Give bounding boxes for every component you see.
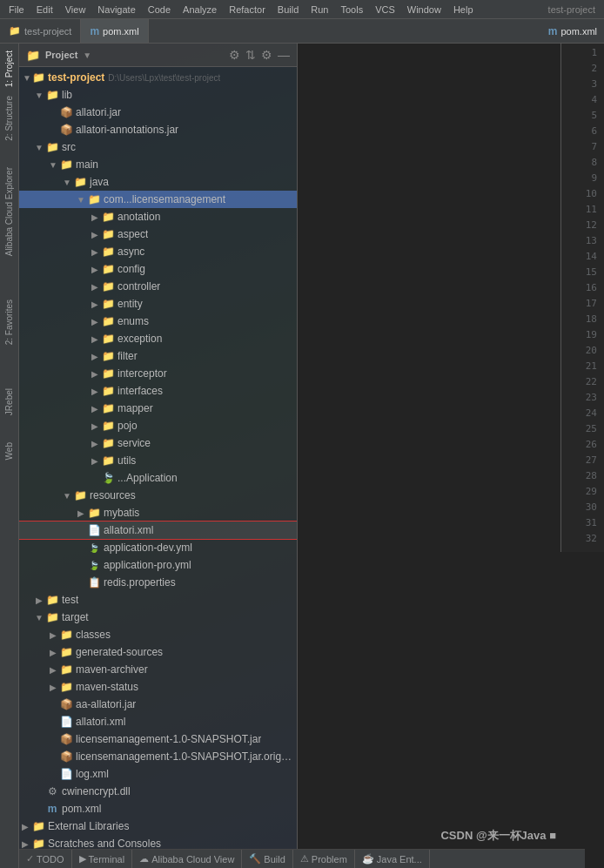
folder-icon: 📁 xyxy=(87,507,101,519)
tree-label-allatori-xml: allatori.xml xyxy=(104,524,153,536)
tree-item-mybatis[interactable]: ▶ 📁 mybatis xyxy=(19,504,297,521)
tab-terminal-label: Terminal xyxy=(89,854,125,865)
menu-analyze[interactable]: Analyze xyxy=(178,3,222,17)
tab-java-ent[interactable]: ☕ Java Ent... xyxy=(355,850,430,868)
sidebar-item-alibaba-cloud[interactable]: Alibaba Cloud Explorer xyxy=(3,164,16,259)
menu-edit[interactable]: Edit xyxy=(31,3,58,17)
panel-dropdown-arrow[interactable]: ▼ xyxy=(83,50,91,60)
menu-refactor[interactable]: Refactor xyxy=(224,3,271,17)
tree-item-app-dev-yml[interactable]: 🍃 application-dev.yml xyxy=(19,539,297,556)
tree-item-log-xml[interactable]: 📄 log.xml xyxy=(19,765,297,783)
tree-item-main[interactable]: ▼ 📁 main xyxy=(19,156,297,173)
tree-item-service[interactable]: ▶ 📁 service xyxy=(19,434,297,452)
tree-item-redis-props[interactable]: 📋 redis.properties xyxy=(19,574,297,591)
tree-item-entity[interactable]: ▶ 📁 entity xyxy=(19,295,297,313)
folder-icon: 📁 xyxy=(101,454,115,467)
tree-item-test[interactable]: ▶ 📁 test xyxy=(19,591,297,609)
tree-item-com[interactable]: ▼ 📁 com...licensemanagement xyxy=(19,191,297,208)
arrow-collapsed: ▶ xyxy=(75,508,87,518)
tree-root[interactable]: ▼ 📁 test-project D:\Users\Lpx\test\test-… xyxy=(19,69,297,86)
tree-item-anotation[interactable]: ▶ 📁 anotation xyxy=(19,208,297,225)
tree-label-external-libs: External Libraries xyxy=(48,820,129,832)
tree-item-controller[interactable]: ▶ 📁 controller xyxy=(19,278,297,295)
menu-code[interactable]: Code xyxy=(143,3,176,17)
tree-item-licensemanagement-snap[interactable]: 📦 licensemanagement-1.0-SNAPSHOT.jar xyxy=(19,730,297,748)
tree-item-pojo[interactable]: ▶ 📁 pojo xyxy=(19,417,297,434)
tree-item-allatori-ann-jar[interactable]: 📦 allatori-annotations.jar xyxy=(19,121,297,138)
dll-icon: ⚙ xyxy=(45,785,59,797)
tree-item-pom-xml[interactable]: m pom.xml xyxy=(19,800,297,818)
tree-item-target[interactable]: ▼ 📁 target xyxy=(19,609,297,626)
tab-alibaba-label: Alibaba Cloud View xyxy=(151,854,234,865)
menu-build[interactable]: Build xyxy=(272,3,304,17)
editor-area[interactable]: 1234567891011121314151617181920212223242… xyxy=(298,44,604,868)
tree-label-anotation: anotation xyxy=(117,211,160,223)
tree-item-src[interactable]: ▼ 📁 src xyxy=(19,138,297,156)
line-number-25: 25 xyxy=(561,423,604,439)
menu-tools[interactable]: Tools xyxy=(335,3,368,17)
folder-icon: 📁 xyxy=(101,333,115,345)
menu-vcs[interactable]: VCS xyxy=(370,3,400,17)
tree-item-interfaces[interactable]: ▶ 📁 interfaces xyxy=(19,382,297,400)
menu-file[interactable]: File xyxy=(3,3,30,17)
menu-help[interactable]: Help xyxy=(448,3,479,17)
tree-item-interceptor[interactable]: ▶ 📁 interceptor xyxy=(19,365,297,382)
tree-item-utils[interactable]: ▶ 📁 utils xyxy=(19,452,297,469)
sidebar-item-web[interactable]: Web xyxy=(3,439,16,463)
tree-item-classes[interactable]: ▶ 📁 classes xyxy=(19,626,297,643)
sort-icon[interactable]: ⇅ xyxy=(245,48,256,62)
tree-item-generated[interactable]: ▶ 📁 generated-sources xyxy=(19,643,297,661)
sidebar-item-structure[interactable]: 2: Structure xyxy=(3,92,16,145)
tree-item-licensemanagement-snap-orig[interactable]: 📦 licensemanagement-1.0-SNAPSHOT.jar.ori… xyxy=(19,748,297,765)
tree-item-aspect[interactable]: ▶ 📁 aspect xyxy=(19,225,297,243)
sidebar-item-jrebel[interactable]: JRebel xyxy=(3,385,16,419)
tree-item-filter[interactable]: ▶ 📁 filter xyxy=(19,347,297,365)
cogwheel-icon[interactable]: ⚙ xyxy=(229,48,240,62)
tree-item-mapper[interactable]: ▶ 📁 mapper xyxy=(19,400,297,417)
collapse-icon[interactable]: — xyxy=(278,48,290,62)
sidebar-item-project[interactable]: 1: Project xyxy=(3,47,16,91)
tree-item-async[interactable]: ▶ 📁 async xyxy=(19,243,297,260)
arrow-collapsed: ▶ xyxy=(89,369,101,379)
folder-icon: 📁 xyxy=(101,263,115,275)
tree-item-java[interactable]: ▼ 📁 java xyxy=(19,173,297,191)
tree-item-config[interactable]: ▶ 📁 config xyxy=(19,260,297,278)
menu-run[interactable]: Run xyxy=(305,3,333,17)
tree-label-app-dev-yml: application-dev.yml xyxy=(104,542,192,554)
settings-icon[interactable]: ⚙ xyxy=(261,48,272,62)
tree-item-allatori-jar[interactable]: 📦 allatori.jar xyxy=(19,104,297,121)
menu-window[interactable]: Window xyxy=(402,3,446,17)
yml-icon: 🍃 xyxy=(87,543,101,553)
tab-terminal[interactable]: ▶ Terminal xyxy=(72,850,133,868)
tree-item-aa-allatori[interactable]: 📦 aa-allatori.jar xyxy=(19,696,297,713)
tab-problem[interactable]: ⚠ Problem xyxy=(293,850,355,868)
panel-title: Project xyxy=(45,50,77,60)
tab-project[interactable]: 📁 test-project xyxy=(0,19,81,43)
tree-item-cwinencrypt-dll[interactable]: ⚙ cwinencrypt.dll xyxy=(19,783,297,800)
folder-icon: 📁 xyxy=(45,611,59,623)
menu-view[interactable]: View xyxy=(60,3,91,17)
tree-label-application: ...Application xyxy=(117,472,178,484)
sidebar-item-favorites[interactable]: 2: Favorites xyxy=(3,296,16,348)
tree-item-allatori-xml2[interactable]: 📄 allatori.xml xyxy=(19,713,297,730)
menu-bar: File Edit View Navigate Code Analyze Ref… xyxy=(0,0,604,19)
tree-item-exception[interactable]: ▶ 📁 exception xyxy=(19,330,297,347)
folder-icon: 📁 xyxy=(87,193,101,205)
tree-item-enums[interactable]: ▶ 📁 enums xyxy=(19,313,297,330)
tree-item-application[interactable]: 🍃 ...Application xyxy=(19,469,297,487)
menu-navigate[interactable]: Navigate xyxy=(92,3,140,17)
project-tree[interactable]: ▼ 📁 test-project D:\Users\Lpx\test\test-… xyxy=(19,67,297,868)
tab-todo[interactable]: ✓ TODO xyxy=(19,850,72,868)
tree-item-allatori-xml[interactable]: 📄 allatori.xml xyxy=(19,521,297,539)
tree-item-lib[interactable]: ▼ 📁 lib xyxy=(19,86,297,104)
tab-alibaba[interactable]: ☁ Alibaba Cloud View xyxy=(132,850,242,868)
tab-pom[interactable]: m pom.xml xyxy=(81,19,148,43)
tree-item-app-pro-yml[interactable]: 🍃 application-pro.yml xyxy=(19,556,297,574)
line-number-15: 15 xyxy=(561,266,604,282)
tree-item-resources[interactable]: ▼ 📁 resources xyxy=(19,487,297,504)
tree-item-external-libs[interactable]: ▶ 📁 External Libraries xyxy=(19,818,297,835)
tree-item-maven-status[interactable]: ▶ 📁 maven-status xyxy=(19,678,297,696)
tree-item-maven-archiver[interactable]: ▶ 📁 maven-archiver xyxy=(19,661,297,678)
arrow-collapsed: ▶ xyxy=(33,595,45,605)
tab-build[interactable]: 🔨 Build xyxy=(242,850,292,868)
